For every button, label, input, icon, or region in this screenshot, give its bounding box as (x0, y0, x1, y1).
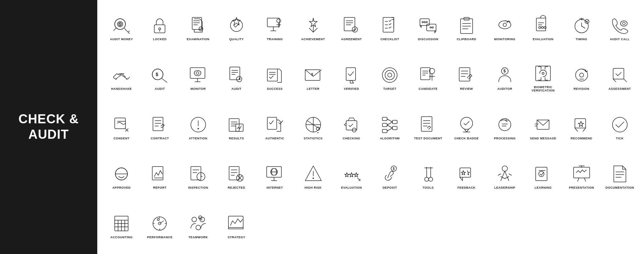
svg-point-185 (425, 177, 429, 181)
icon-audit-money[interactable]: $ AUDIT MONEY (102, 3, 141, 53)
icon-tick[interactable]: TICK (601, 102, 639, 152)
icon-algorithm[interactable]: ALGORITHM (371, 102, 409, 152)
icon-label: STATISTICS (304, 137, 322, 140)
icon-examination[interactable]: EXAMINATION (179, 3, 217, 53)
icon-monitor[interactable]: MONITOR (179, 53, 217, 103)
icon-strategy[interactable]: STRATEGY (217, 201, 256, 251)
icon-timing[interactable]: TIMING (562, 3, 600, 53)
icon-check-badge[interactable]: CHECK BADGE (447, 102, 486, 152)
svg-rect-69 (190, 68, 205, 78)
icon-results[interactable]: RESULTS (217, 102, 256, 152)
icon-candidate[interactable]: CANDIDATE (409, 53, 447, 103)
icon-label: CLIPBOARD (457, 38, 476, 41)
icon-documentation[interactable]: DOCUMENTATION (601, 152, 639, 201)
icon-inspection[interactable]: INSPECTION (179, 152, 217, 201)
icon-revision[interactable]: REVISION (562, 53, 600, 103)
icon-label: EVALUATION (533, 38, 553, 41)
icon-contract[interactable]: CONTRACT (141, 102, 179, 152)
icon-biometric[interactable]: BIOMETRIC VERIFICATION (524, 53, 562, 103)
icon-deposit[interactable]: $ DEPOSIT (371, 152, 409, 201)
icon-accounting[interactable]: ACCOUNTING (102, 201, 141, 251)
icon-label: AGREEMENT (341, 38, 362, 41)
icon-assessment[interactable]: ASSESSMENT (601, 53, 639, 103)
icon-auditor[interactable]: $ AUDITOR (486, 53, 524, 103)
svg-rect-135 (392, 120, 397, 124)
icon-processing[interactable]: PROCESSING (486, 102, 524, 152)
icon-authentic[interactable]: AUTHENTIC (256, 102, 294, 152)
icon-checklist[interactable]: CHECKLIST (371, 3, 409, 53)
icon-tools[interactable]: TOOLS (409, 152, 447, 201)
icon-high-risk[interactable]: HIGH RISK (294, 152, 332, 201)
svg-line-138 (387, 122, 392, 125)
svg-rect-168 (229, 167, 239, 180)
svg-text:$: $ (503, 69, 506, 73)
icon-report[interactable]: REPORT (141, 152, 179, 201)
svg-line-68 (162, 78, 167, 82)
icon-label: DOCUMENTATION (605, 186, 634, 190)
icon-evaluation[interactable]: EVALUATION (524, 3, 562, 53)
icon-learning[interactable]: LEARNING (524, 152, 562, 201)
icon-consent[interactable]: CONSENT (102, 102, 141, 152)
svg-point-104 (542, 72, 544, 74)
icon-verified[interactable]: VERIFIED (332, 53, 371, 103)
icon-agreement[interactable]: AGREEMENT (332, 3, 371, 53)
icon-test-document[interactable]: TEST DOCUMENT (409, 102, 447, 152)
icon-achievement[interactable]: ACHIEVEMENT (294, 3, 332, 53)
icon-statistics[interactable]: STATISTICS (294, 102, 332, 152)
icon-approved[interactable]: APPROVED (102, 152, 141, 201)
icon-handshake[interactable]: HANDSHAKE (102, 53, 141, 103)
svg-rect-81 (267, 69, 277, 81)
icon-label: PROCESSING (494, 137, 516, 140)
icon-training[interactable]: TRAINING (256, 3, 294, 53)
icon-teamwork[interactable]: TEAMWORK (179, 201, 217, 251)
icon-audit-coin[interactable]: $ AUDIT (141, 53, 179, 103)
svg-point-192 (502, 166, 507, 171)
svg-rect-109 (115, 118, 125, 129)
icon-presentation[interactable]: PRESENTATION (562, 152, 600, 201)
icon-label: RECOMMEND (571, 137, 592, 140)
icon-feedback[interactable]: FEEDBACK (447, 152, 486, 201)
icon-leadership[interactable]: LEADERSHIP (486, 152, 524, 201)
svg-rect-24 (344, 17, 355, 31)
icon-attention[interactable]: ATTENTION (179, 102, 217, 152)
icon-label: TARGET (383, 87, 396, 91)
icon-label: REJECTED (228, 186, 245, 190)
svg-point-40 (426, 21, 427, 23)
svg-rect-196 (574, 167, 590, 178)
icon-target[interactable]: TARGET (371, 53, 409, 103)
svg-point-88 (385, 70, 394, 80)
icon-success[interactable]: SUCCESS (256, 53, 294, 103)
icon-label: PRESENTATION (569, 186, 594, 190)
icon-performance[interactable]: PERFORMANCE (141, 201, 179, 251)
icon-letter[interactable]: $ LETTER (294, 53, 332, 103)
icon-evaluation-stars[interactable]: EVALUATION (332, 152, 371, 201)
icon-rejected[interactable]: REJECTED (217, 152, 256, 201)
icon-locked[interactable]: LOCKED (141, 3, 179, 53)
icon-label: LEADERSHIP (494, 186, 515, 190)
icon-discussion[interactable]: DISCUSSION (409, 3, 447, 53)
icon-review[interactable]: REVIEW (447, 53, 486, 103)
icon-checking[interactable]: CHECKING (332, 102, 371, 152)
icon-label: HIGH RISK (305, 186, 322, 190)
icon-audit-magnify[interactable]: AUDIT (217, 53, 256, 103)
icon-audit-call[interactable]: AUDIT CALL (601, 3, 639, 53)
svg-point-71 (196, 72, 199, 74)
icon-monitoring[interactable]: MONITORING (486, 3, 524, 53)
icon-label: TOOLS (423, 186, 434, 190)
icon-label: APPROVED (112, 186, 131, 190)
icon-label: LOCKED (153, 38, 167, 41)
icon-label: RESULTS (229, 137, 244, 140)
icon-quality[interactable]: QUALITY (217, 3, 256, 53)
icon-clipboard[interactable]: CLIPBOARD (447, 3, 486, 53)
icon-label: CANDIDATE (419, 87, 438, 91)
icon-recommend[interactable]: RECOMMEND (562, 102, 600, 152)
icon-label: ACCOUNTING (110, 236, 132, 239)
icon-label: INSPECTION (188, 186, 208, 190)
icon-label: LEARNING (535, 186, 552, 190)
icon-send-message[interactable]: SEND MESSAGE (524, 102, 562, 152)
icon-label: TEAMWORK (189, 236, 208, 239)
svg-rect-141 (421, 117, 432, 131)
icon-label: ATTENTION (189, 137, 207, 140)
icon-internet[interactable]: INTERNET (256, 152, 294, 201)
svg-point-145 (461, 117, 473, 129)
